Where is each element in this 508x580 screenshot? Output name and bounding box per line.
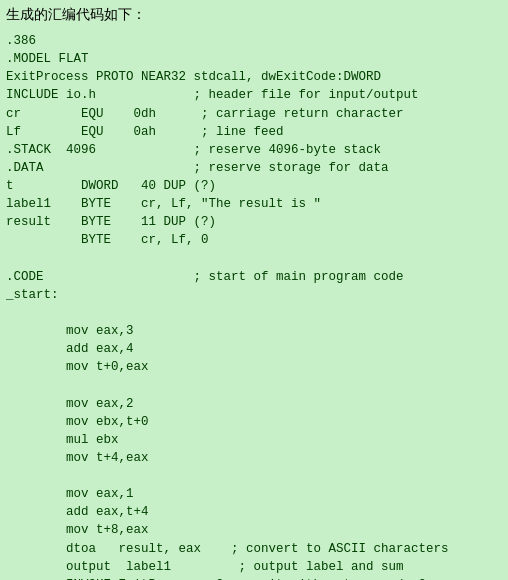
code-line: t DWORD 40 DUP (?) (6, 177, 502, 195)
code-line (6, 250, 502, 268)
main-container: 生成的汇编代码如下： .386.MODEL FLATExitProcess PR… (0, 0, 508, 580)
code-line: output label1 ; output label and sum (6, 558, 502, 576)
code-line: add eax,4 (6, 340, 502, 358)
code-line: INCLUDE io.h ; header file for input/out… (6, 86, 502, 104)
code-line: .MODEL FLAT (6, 50, 502, 68)
code-block: .386.MODEL FLATExitProcess PROTO NEAR32 … (6, 32, 502, 580)
code-line: mov eax,2 (6, 395, 502, 413)
code-line: mov eax,3 (6, 322, 502, 340)
code-line (6, 304, 502, 322)
code-line: label1 BYTE cr, Lf, "The result is " (6, 195, 502, 213)
code-line (6, 467, 502, 485)
code-line: dtoa result, eax ; convert to ASCII char… (6, 540, 502, 558)
code-line: cr EQU 0dh ; carriage return character (6, 105, 502, 123)
code-line: .386 (6, 32, 502, 50)
code-line: .CODE ; start of main program code (6, 268, 502, 286)
code-line: mov eax,1 (6, 485, 502, 503)
code-line: .STACK 4096 ; reserve 4096-byte stack (6, 141, 502, 159)
code-line: result BYTE 11 DUP (?) (6, 213, 502, 231)
code-line: mul ebx (6, 431, 502, 449)
code-line: Lf EQU 0ah ; line feed (6, 123, 502, 141)
code-line: .DATA ; reserve storage for data (6, 159, 502, 177)
code-line: ExitProcess PROTO NEAR32 stdcall, dwExit… (6, 68, 502, 86)
code-line: mov t+8,eax (6, 521, 502, 539)
code-line: mov t+4,eax (6, 449, 502, 467)
code-line (6, 376, 502, 394)
code-line: BYTE cr, Lf, 0 (6, 231, 502, 249)
code-line: INVOKE ExitProcess, 0 ; exit with return… (6, 576, 502, 580)
code-line: _start: (6, 286, 502, 304)
page-title: 生成的汇编代码如下： (6, 6, 502, 24)
code-line: add eax,t+4 (6, 503, 502, 521)
code-line: mov t+0,eax (6, 358, 502, 376)
code-line: mov ebx,t+0 (6, 413, 502, 431)
